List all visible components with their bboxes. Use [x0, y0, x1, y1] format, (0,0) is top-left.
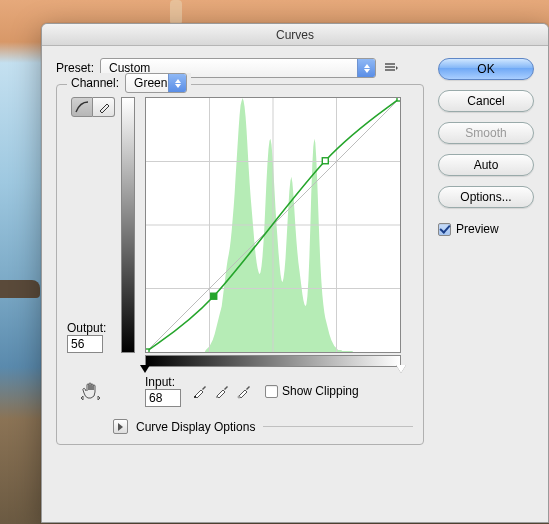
curves-svg: [146, 98, 400, 352]
smooth-button[interactable]: Smooth: [438, 122, 534, 144]
output-field[interactable]: 56: [67, 335, 103, 353]
select-arrows-icon: [168, 74, 186, 92]
output-label: Output:: [67, 321, 115, 335]
input-label: Input:: [145, 375, 181, 389]
svg-point-13: [238, 396, 240, 398]
select-arrows-icon: [357, 59, 375, 77]
curves-graph[interactable]: [145, 97, 401, 353]
preview-checkbox[interactable]: [438, 223, 451, 236]
channel-label: Channel:: [71, 76, 119, 90]
channel-value: Green: [134, 76, 167, 90]
on-image-adjust-tool[interactable]: [80, 381, 102, 401]
channel-fieldset: Channel: Green: [56, 84, 424, 445]
curve-display-disclosure[interactable]: [113, 419, 128, 434]
curve-draw-tool[interactable]: [93, 97, 115, 117]
input-gradient: [145, 355, 401, 367]
curve-display-label: Curve Display Options: [136, 420, 255, 434]
auto-button[interactable]: Auto: [438, 154, 534, 176]
svg-point-11: [194, 396, 196, 398]
preview-label: Preview: [456, 222, 499, 236]
ok-button[interactable]: OK: [438, 58, 534, 80]
curve-point-tool[interactable]: [71, 97, 93, 117]
svg-rect-7: [146, 349, 149, 352]
divider: [263, 426, 413, 427]
preset-menu-icon[interactable]: [382, 61, 400, 75]
show-clipping-checkbox[interactable]: [265, 385, 278, 398]
show-clipping-label: Show Clipping: [282, 384, 359, 398]
input-field[interactable]: 68: [145, 389, 181, 407]
gray-eyedropper[interactable]: [213, 382, 231, 400]
white-eyedropper[interactable]: [235, 382, 253, 400]
svg-rect-8: [211, 293, 217, 299]
channel-select[interactable]: Green: [125, 73, 187, 93]
titlebar: Curves: [42, 24, 548, 46]
curves-dialog: Curves Preset: Custom Channel: Green: [41, 23, 549, 523]
svg-rect-10: [397, 98, 400, 101]
svg-point-12: [216, 396, 218, 398]
window-title: Curves: [276, 28, 314, 42]
svg-rect-9: [322, 158, 328, 164]
white-point-slider[interactable]: [396, 365, 406, 373]
black-point-slider[interactable]: [140, 365, 150, 373]
options-button[interactable]: Options...: [438, 186, 534, 208]
cancel-button[interactable]: Cancel: [438, 90, 534, 112]
output-gradient: [121, 97, 135, 353]
black-eyedropper[interactable]: [191, 382, 209, 400]
